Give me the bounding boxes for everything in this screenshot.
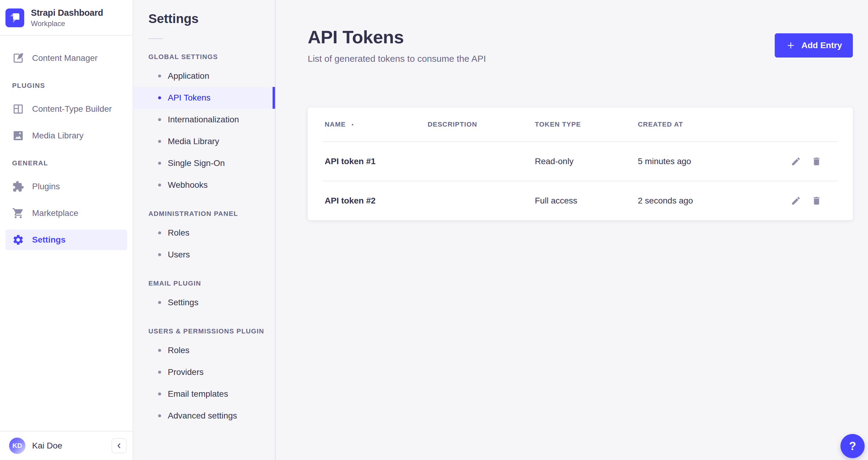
sidebar-item-label: Media Library [32,131,84,141]
puzzle-icon [12,181,24,193]
subnav-item-email-settings[interactable]: Settings [133,292,275,313]
trash-icon [811,156,822,166]
subnav-item-advanced-settings[interactable]: Advanced settings [133,405,275,427]
token-created-at: 5 minutes ago [638,157,789,166]
sidebar-item-plugins[interactable]: Plugins [5,176,127,197]
add-entry-label: Add Entry [801,40,842,50]
bullet-icon [158,96,161,99]
bullet-icon [158,74,161,78]
subnav-item-label: Single Sign-On [168,158,225,168]
main-sidebar: Strapi Dashboard Workplace Content Manag… [0,0,133,460]
bullet-icon [158,301,161,304]
sidebar-item-media-library[interactable]: Media Library [5,125,127,146]
subnav-item-providers[interactable]: Providers [133,361,275,383]
layout-grid-icon [12,103,24,115]
subnav-heading-users-permissions-plugin: USERS & PERMISSIONS PLUGIN [148,327,275,335]
subnav-item-application[interactable]: Application [133,65,275,87]
subnav-item-label: Providers [168,367,204,377]
chevron-left-icon [115,442,123,450]
avatar: KD [9,438,26,454]
table-header-row: NAME DESCRIPTION TOKEN TYPE CREATED AT [322,108,838,142]
column-header-label: NAME [325,121,346,128]
cart-icon [12,207,24,219]
settings-subnav: Settings GLOBAL SETTINGS Application API… [133,0,276,460]
subnav-item-webhooks[interactable]: Webhooks [133,174,275,196]
app-title: Strapi Dashboard [31,8,103,18]
page-subtitle: List of generated tokens to consume the … [308,54,486,64]
column-header-created-at: CREATED AT [638,121,789,128]
subnav-heading-global-settings: GLOBAL SETTINGS [148,53,275,61]
token-name: API token #1 [322,157,428,166]
token-name: API token #2 [322,196,428,206]
sidebar-item-label: Plugins [32,182,60,191]
bullet-icon [158,414,161,417]
column-header-name[interactable]: NAME [322,121,428,128]
sidebar-section-heading-plugins: PLUGINS [12,82,127,90]
bullet-icon [158,253,161,256]
sidebar-item-label: Marketplace [32,208,79,218]
feather-pen-icon [12,52,24,64]
subnav-item-label: Roles [168,228,190,238]
strapi-logo-icon [5,8,24,27]
subnav-item-label: Application [168,71,209,81]
sidebar-nav: Content Manager PLUGINS Content-Type Bui… [0,36,133,431]
row-actions [789,155,838,168]
collapse-sidebar-button[interactable] [112,438,127,453]
delete-token-button[interactable] [810,194,823,208]
pencil-icon [791,156,801,166]
table-row-api-token-2: API token #2 Full access 2 seconds ago [322,181,838,220]
bullet-icon [158,184,161,187]
sidebar-item-label: Content-Type Builder [32,104,112,114]
subnav-item-api-tokens[interactable]: API Tokens [133,87,275,109]
column-header-label: DESCRIPTION [428,121,477,128]
user-area: KD Kai Doe [0,431,133,460]
edit-token-button[interactable] [789,194,803,208]
subnav-item-label: Roles [168,345,190,355]
subnav-item-admin-roles[interactable]: Roles [133,222,275,244]
subnav-item-media-library[interactable]: Media Library [133,130,275,152]
add-entry-button[interactable]: Add Entry [775,33,853,58]
subnav-item-single-sign-on[interactable]: Single Sign-On [133,152,275,174]
workspace-name: Workplace [31,20,103,28]
picture-icon [12,130,24,142]
token-type: Read-only [535,157,638,166]
column-header-label: CREATED AT [638,121,683,128]
main-content: API Tokens List of generated tokens to c… [276,0,868,460]
subnav-item-admin-users[interactable]: Users [133,244,275,266]
bullet-icon [158,349,161,352]
subnav-divider [148,38,163,39]
subnav-item-label: Users [168,250,190,259]
subnav-item-up-roles[interactable]: Roles [133,339,275,361]
pencil-icon [791,196,801,206]
bullet-icon [158,393,161,396]
gear-icon [12,234,24,246]
help-button[interactable]: ? [840,434,865,458]
sidebar-item-content-type-builder[interactable]: Content-Type Builder [5,99,127,119]
workspace-brand[interactable]: Strapi Dashboard Workplace [0,0,133,35]
bullet-icon [158,162,161,165]
edit-token-button[interactable] [789,155,803,168]
token-created-at: 2 seconds ago [638,196,789,206]
subnav-item-label: API Tokens [168,93,211,103]
row-actions [789,194,838,208]
subnav-heading-administration-panel: ADMINISTRATION PANEL [148,210,275,218]
subnav-item-internationalization[interactable]: Internationalization [133,109,275,130]
subnav-item-email-templates[interactable]: Email templates [133,383,275,405]
trash-icon [811,196,822,206]
token-type: Full access [535,196,638,206]
subnav-item-label: Advanced settings [168,411,237,421]
tokens-table-card: NAME DESCRIPTION TOKEN TYPE CREATED AT [308,108,853,220]
bullet-icon [158,232,161,235]
delete-token-button[interactable] [810,155,823,168]
subnav-item-label: Settings [168,298,198,307]
user-name: Kai Doe [32,441,62,451]
bullet-icon [158,140,161,143]
plus-icon [786,40,796,51]
sort-asc-triangle-icon [350,122,355,127]
sidebar-item-marketplace[interactable]: Marketplace [5,203,127,223]
sidebar-item-settings[interactable]: Settings [5,229,127,250]
sidebar-item-content-manager[interactable]: Content Manager [5,48,127,68]
subnav-item-label: Media Library [168,136,219,146]
page-header-text: API Tokens List of generated tokens to c… [308,0,486,64]
subnav-item-label: Webhooks [168,180,208,190]
